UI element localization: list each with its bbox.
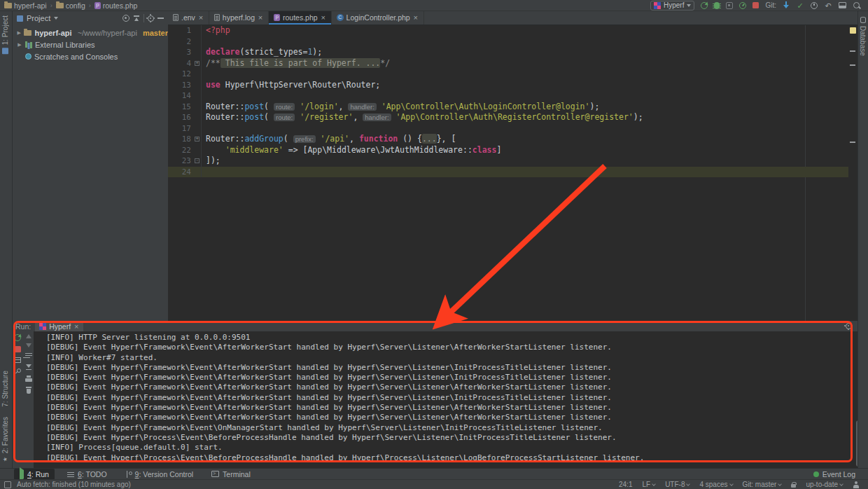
php-icon: [94, 2, 101, 9]
hector-icon[interactable]: [850, 481, 862, 488]
editor-error-stripe[interactable]: [848, 25, 858, 321]
project-panel-title[interactable]: Project: [27, 14, 50, 22]
code-line-2: 2: [168, 36, 848, 48]
git-branch-label: master: [143, 29, 168, 37]
run-configuration-selector[interactable]: Hyperf: [650, 1, 694, 11]
scroll-mark: [850, 50, 855, 52]
expand-arrow-icon[interactable]: ▶: [17, 42, 22, 48]
log-line: [DEBUG] Event Hyperf\Framework\Event\OnM…: [46, 423, 861, 433]
event-log-button[interactable]: Event Log: [808, 469, 861, 480]
clear-console-button[interactable]: [25, 387, 32, 394]
code-text: [202, 123, 206, 135]
rollback-button[interactable]: ↶: [824, 1, 832, 10]
sidebar-item-favorites[interactable]: ★ 2: Favorites: [1, 417, 9, 462]
panel-settings-button[interactable]: [148, 15, 154, 22]
fold-marker-icon[interactable]: -: [195, 158, 200, 163]
history-button[interactable]: [811, 2, 818, 9]
search-everywhere-button[interactable]: [853, 1, 861, 10]
restore-layout-button[interactable]: [14, 357, 21, 363]
lock-icon[interactable]: [788, 481, 799, 488]
status-widget-up-to-date[interactable]: up-to-date: [803, 481, 846, 488]
status-widget-label: Git: master: [743, 481, 777, 488]
coverage-button[interactable]: [726, 2, 733, 9]
down-stacktrace-button[interactable]: [26, 343, 31, 347]
hide-panel-button[interactable]: [158, 18, 164, 19]
tree-item-hyperf-api[interactable]: ▶hyperf-api~/www/hyperf-apimaster: [13, 27, 168, 39]
toolwindow-switcher-icon[interactable]: [4, 481, 11, 488]
close-icon[interactable]: ×: [198, 14, 204, 21]
line-number: 2: [168, 36, 202, 48]
rerun-button[interactable]: [14, 334, 21, 341]
fold-marker-icon[interactable]: +: [195, 61, 200, 66]
tab--env[interactable]: .env×: [168, 11, 209, 25]
code-editor[interactable]: 1<?php23declare(strict_types=1);4+/** Th…: [168, 25, 848, 321]
code-text: Router::post( route: '/login', handler: …: [202, 102, 599, 113]
run-tool-window: Run: Hyperf ×: [13, 321, 868, 468]
sidebar-item-structure[interactable]: 7: Structure: [1, 371, 9, 407]
sidebar-item-project[interactable]: 1: Project: [1, 15, 9, 54]
log-line: [INFO] Process[queue.default.0] start.: [46, 443, 861, 453]
profiler-button[interactable]: [739, 2, 746, 9]
debug-button[interactable]: [714, 2, 720, 9]
expand-arrow-icon[interactable]: ▶: [17, 30, 21, 36]
run-tab-hyperf[interactable]: Hyperf ×: [35, 321, 83, 331]
tree-item-label: hyperf-api: [34, 29, 71, 37]
tab-hyperf-log[interactable]: hyperf.log×: [209, 11, 269, 25]
tab-routes-php[interactable]: routes.php×: [269, 11, 332, 25]
git-commit-button[interactable]: ✓: [796, 1, 804, 10]
status-widget-utf-8[interactable]: UTF-8: [662, 481, 692, 488]
status-widget-24-1[interactable]: 24:1: [616, 481, 635, 488]
close-icon[interactable]: ×: [258, 14, 263, 21]
pin-tab-button[interactable]: [14, 368, 21, 375]
run-panel-settings-button[interactable]: [846, 323, 852, 329]
code-text: use Hyperf\HttpServer\Router\Router;: [202, 80, 380, 91]
close-icon[interactable]: ×: [413, 14, 419, 21]
code-line-24: 24: [168, 167, 848, 178]
toolwindow-button[interactable]: [839, 2, 846, 8]
status-widget-git-master[interactable]: Git: master: [740, 481, 785, 488]
git-update-button[interactable]: [783, 1, 790, 9]
stop-process-button[interactable]: [15, 346, 21, 352]
inspection-status-icon[interactable]: [850, 27, 856, 34]
soft-wrap-button[interactable]: [25, 352, 32, 359]
event-log-icon: [813, 471, 819, 477]
locate-file-button[interactable]: [122, 15, 130, 22]
toolwindow-button-run[interactable]: 4: Run: [14, 469, 55, 480]
ide-window: hyperf-api›config›routes.php Hyperf Git:…: [0, 0, 868, 489]
chevron-down-icon[interactable]: [54, 17, 58, 20]
status-widget-lf[interactable]: LF: [639, 481, 658, 488]
status-widget-4-spaces[interactable]: 4 spaces: [696, 481, 735, 488]
tree-item-label: Scratches and Consoles: [34, 53, 118, 61]
breadcrumb-item[interactable]: routes.php: [94, 1, 138, 10]
toolwindow-button-todo[interactable]: 6: TODO: [62, 469, 113, 480]
log-line: [DEBUG] Event Hyperf\Framework\Event\Aft…: [46, 343, 861, 352]
tab-logincontroller-php[interactable]: LoginController.php×: [332, 11, 424, 25]
up-stacktrace-button[interactable]: [26, 334, 31, 338]
toolwindow-button-version-control[interactable]: 9: Version Control: [120, 469, 199, 480]
scroll-to-end-button[interactable]: [25, 364, 32, 371]
tree-item-external-libraries[interactable]: ▶External Libraries: [13, 39, 168, 50]
breadcrumb-item[interactable]: config: [56, 1, 85, 10]
run-button[interactable]: [701, 2, 708, 9]
run-panel-label: Run:: [15, 322, 31, 331]
close-icon[interactable]: ×: [74, 323, 79, 330]
collapse-all-button[interactable]: [133, 15, 140, 22]
breadcrumb-item[interactable]: hyperf-api: [4, 1, 47, 10]
project-panel-icon: [17, 15, 23, 22]
toolwindow-button-label: 6: TODO: [78, 470, 107, 478]
run-console-output[interactable]: [INFO] HTTP Server listening at 0.0.0.0:…: [35, 331, 861, 468]
print-button[interactable]: [25, 376, 32, 382]
line-number: 12: [168, 69, 202, 80]
toolwindow-button-terminal[interactable]: Terminal: [206, 469, 256, 480]
git-label: Git:: [765, 1, 776, 9]
file-file-icon: [173, 14, 178, 21]
close-icon[interactable]: ×: [321, 14, 326, 21]
log-line: [INFO] HTTP Server listening at 0.0.0.0:…: [46, 333, 861, 343]
line-number: 13: [168, 80, 202, 91]
fold-marker-icon[interactable]: +: [195, 137, 200, 142]
stop-button[interactable]: [752, 2, 759, 8]
tree-item-scratches-and-consoles[interactable]: Scratches and Consoles: [13, 50, 168, 62]
tab-label: routes.php: [283, 13, 318, 22]
run-icon: [20, 470, 24, 478]
sidebar-item-database[interactable]: Database: [859, 17, 867, 56]
